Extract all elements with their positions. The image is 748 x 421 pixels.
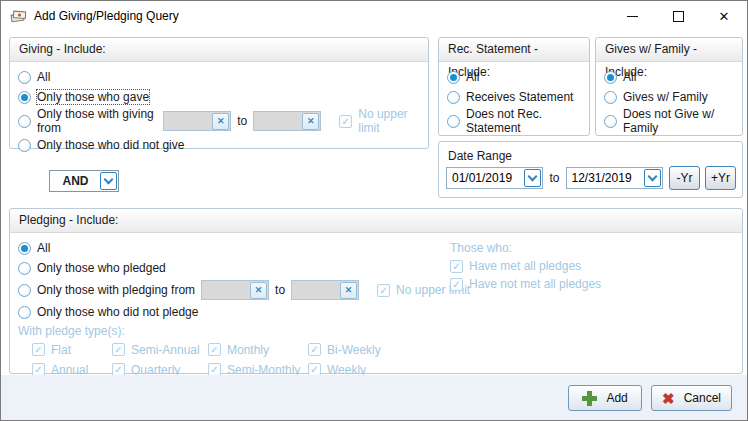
radio-giving-gave[interactable] — [18, 91, 31, 104]
have-met-all-pledges: Have met all pledges — [450, 257, 601, 275]
pledging-option-range[interactable]: Only those with pledging from ✕ to ✕ No … — [18, 278, 734, 302]
giving-option-all[interactable]: All — [18, 67, 420, 87]
add-button[interactable]: Add — [568, 385, 642, 411]
have-not-met-all-pledges: Have not met all pledges — [450, 275, 601, 293]
pledge-type-monthly-checkbox — [208, 343, 221, 356]
giving-amount-to-input: ✕ — [253, 111, 321, 131]
rec-option-receives[interactable]: Receives Statement — [447, 87, 581, 107]
giving-option-range[interactable]: Only those with giving from ✕ to ✕ No up… — [18, 107, 420, 135]
combinator-dropdown-button[interactable] — [100, 172, 117, 190]
pledge-type-bi-weekly-checkbox — [308, 343, 321, 356]
minus-year-button[interactable]: -Yr — [669, 166, 700, 190]
rec-option-not[interactable]: Does not Rec. Statement — [447, 107, 581, 135]
giving-amount-from-input: ✕ — [163, 111, 231, 131]
giving-no-upper-limit-checkbox — [339, 115, 352, 128]
family-option-not[interactable]: Does not Give w/ Family — [604, 107, 734, 135]
titlebar: Add Giving/Pledging Query ✕ — [1, 1, 747, 31]
rec-option-all-label[interactable]: All — [466, 70, 479, 84]
clear-icon: ✕ — [340, 282, 357, 299]
date-end-input[interactable]: 12/31/2019 — [566, 167, 663, 189]
have-met-checkbox — [450, 260, 463, 273]
date-end-value[interactable]: 12/31/2019 — [568, 171, 644, 185]
radio-family-gives[interactable] — [604, 91, 617, 104]
pledging-option-not-pledge-label[interactable]: Only those who did not pledge — [37, 305, 198, 319]
chevron-down-icon — [648, 172, 658, 182]
pledging-option-all-label[interactable]: All — [37, 241, 50, 255]
giving-option-not-give[interactable]: Only those who did not give — [18, 135, 420, 155]
radio-pledging-all[interactable] — [18, 242, 31, 255]
plus-icon — [582, 391, 597, 406]
family-option-not-label[interactable]: Does not Give w/ Family — [623, 107, 734, 135]
pledging-group-header: Pledging - Include: — [10, 209, 742, 233]
have-not-met-label: Have not met all pledges — [469, 277, 601, 291]
pledging-option-pledged[interactable]: Only those who pledged — [18, 258, 734, 278]
combinator-dropdown[interactable]: AND — [49, 170, 119, 192]
radio-rec-receives[interactable] — [447, 91, 460, 104]
pledging-option-range-label[interactable]: Only those with pledging from — [37, 283, 195, 297]
red-x-icon: ✖ — [662, 391, 675, 406]
pledge-type-bi-weekly: Bi-Weekly — [308, 340, 734, 359]
minimize-button[interactable] — [609, 1, 655, 31]
pledge-type-flat: Flat — [32, 340, 112, 359]
family-option-gives[interactable]: Gives w/ Family — [604, 87, 734, 107]
maximize-button[interactable] — [655, 1, 701, 31]
rec-statement-group: Rec. Statement - Include: All Receives S… — [438, 37, 590, 136]
chevron-down-icon — [528, 172, 538, 182]
family-group-header: Gives w/ Family - Include: — [596, 38, 742, 62]
pledge-type-flat-label: Flat — [51, 343, 71, 357]
radio-giving-range[interactable] — [18, 115, 31, 128]
giving-group-header: Giving - Include: — [10, 38, 428, 62]
pledge-type-flat-checkbox — [32, 343, 45, 356]
pledge-type-monthly-label: Monthly — [227, 343, 269, 357]
pledging-option-all[interactable]: All — [18, 238, 734, 258]
pledging-option-pledged-label[interactable]: Only those who pledged — [37, 261, 166, 275]
family-option-all-label[interactable]: All — [623, 70, 636, 84]
chevron-down-icon — [104, 175, 114, 185]
pledge-type-bi-weekly-label: Bi-Weekly — [327, 343, 381, 357]
family-option-all[interactable]: All — [604, 67, 734, 87]
giving-option-range-label[interactable]: Only those with giving from — [37, 107, 157, 135]
footer: Add ✖ Cancel — [1, 375, 747, 421]
close-button[interactable]: ✕ — [701, 1, 747, 31]
pledge-types-grid: Flat Semi-Annual Monthly Bi-Weekly Annua… — [10, 339, 742, 379]
date-start-dropdown-button[interactable] — [524, 169, 541, 187]
date-range-group: Date Range 01/01/2019 to 12/31/2019 -Yr … — [438, 141, 743, 198]
radio-pledging-pledged[interactable] — [18, 262, 31, 275]
date-end-dropdown-button[interactable] — [644, 169, 661, 187]
rec-option-all[interactable]: All — [447, 67, 581, 87]
giving-option-gave[interactable]: Only those who gave — [18, 87, 420, 107]
radio-rec-not[interactable] — [447, 115, 460, 128]
pledging-no-upper-limit-checkbox — [377, 284, 390, 297]
giving-option-not-give-label[interactable]: Only those who did not give — [37, 138, 184, 152]
clear-icon: ✕ — [250, 282, 267, 299]
giving-group: Giving - Include: All Only those who gav… — [9, 37, 429, 149]
family-option-gives-label[interactable]: Gives w/ Family — [623, 90, 708, 104]
close-icon: ✕ — [719, 10, 730, 23]
radio-rec-all[interactable] — [447, 71, 460, 84]
rec-option-not-label[interactable]: Does not Rec. Statement — [466, 107, 581, 135]
date-start-value[interactable]: 01/01/2019 — [448, 171, 524, 185]
clear-icon: ✕ — [212, 113, 229, 130]
radio-giving-not-give[interactable] — [18, 139, 31, 152]
pledging-group: Pledging - Include: All Only those who p… — [9, 208, 743, 374]
radio-family-all[interactable] — [604, 71, 617, 84]
pledging-option-not-pledge[interactable]: Only those who did not pledge — [18, 302, 734, 322]
rec-option-receives-label[interactable]: Receives Statement — [466, 90, 573, 104]
radio-giving-all[interactable] — [18, 71, 31, 84]
giving-no-upper-limit-label: No upper limit — [358, 107, 420, 135]
cancel-button[interactable]: ✖ Cancel — [651, 385, 732, 411]
radio-pledging-range[interactable] — [18, 284, 31, 297]
window-controls: ✕ — [609, 1, 747, 31]
date-start-input[interactable]: 01/01/2019 — [446, 167, 543, 189]
giving-option-gave-label[interactable]: Only those who gave — [37, 90, 149, 104]
radio-family-not[interactable] — [604, 115, 617, 128]
maximize-icon — [673, 11, 684, 22]
giving-to-label: to — [237, 114, 247, 128]
combinator-value[interactable]: AND — [51, 174, 100, 188]
radio-pledging-not-pledge[interactable] — [18, 306, 31, 319]
plus-year-button[interactable]: +Yr — [705, 166, 736, 190]
add-button-label: Add — [606, 391, 627, 405]
giving-option-all-label[interactable]: All — [37, 70, 50, 84]
rec-statement-group-header: Rec. Statement - Include: — [439, 38, 589, 62]
add-giving-pledging-query-dialog: Add Giving/Pledging Query ✕ Giving - Inc… — [0, 0, 748, 421]
